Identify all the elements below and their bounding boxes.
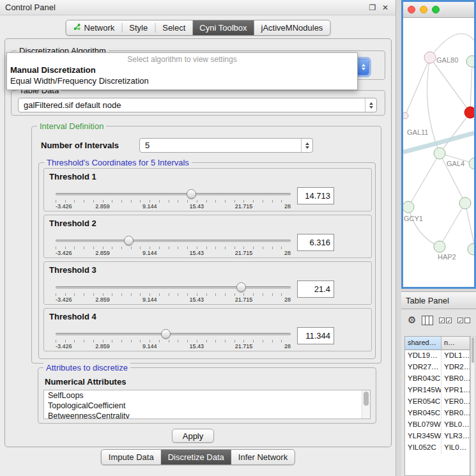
- window-title: Control Panel: [5, 3, 365, 12]
- list-scrollbar[interactable]: [362, 390, 370, 418]
- threshold-slider[interactable]: -3.426 2.859 9.144 15.43 21.715 28: [56, 327, 291, 350]
- network-node[interactable]: [403, 201, 414, 213]
- interval-definition-group: Interval Definition Number of Intervals …: [31, 126, 381, 364]
- table-cell[interactable]: YBR0…: [441, 408, 470, 419]
- tab-style[interactable]: Style: [122, 20, 155, 35]
- slider-thumb[interactable]: [236, 282, 246, 292]
- tab-jactivemnodules-label: jActiveMNodules: [261, 23, 323, 33]
- deselect-columns-icon[interactable]: ✓: [457, 318, 470, 323]
- network-node[interactable]: [403, 112, 408, 119]
- dropdown-item-equal-width[interactable]: Equal Width/Frequency Discretization: [7, 75, 357, 86]
- network-node[interactable]: [459, 197, 471, 209]
- network-node[interactable]: [469, 158, 474, 169]
- table-row[interactable]: YBR043C YBR0…: [405, 373, 470, 385]
- column-header-name[interactable]: n…: [441, 337, 470, 349]
- column-header-shared-name[interactable]: shared…: [405, 337, 441, 349]
- combobox-stepper[interactable]: [301, 139, 312, 152]
- table-data-combobox[interactable]: galFiltered.sif default node: [18, 98, 377, 112]
- threshold-value-field[interactable]: 6.316: [297, 234, 334, 251]
- cyni-toolbox-panel: Discretization Algorithm Table Data galF…: [4, 38, 392, 447]
- network-canvas[interactable]: GAL80 GAL11 GAL4 GCY1 HAP2: [403, 18, 474, 287]
- zoom-traffic-light-icon[interactable]: [432, 6, 440, 13]
- table-row[interactable]: YBR045C YBR0…: [405, 408, 470, 419]
- table-scrollbar[interactable]: [470, 336, 475, 476]
- table-cell[interactable]: YBR0…: [441, 373, 470, 385]
- table-cell[interactable]: YDR2…: [441, 362, 470, 373]
- settings-gear-icon[interactable]: ⚙: [408, 315, 416, 325]
- slider-track[interactable]: [56, 286, 291, 289]
- network-node[interactable]: [434, 241, 445, 252]
- tick-label: 28: [284, 250, 291, 256]
- scrollbar-thumb[interactable]: [472, 337, 474, 363]
- number-of-intervals-combobox[interactable]: 5: [139, 138, 313, 153]
- table-cell[interactable]: YDL19…: [405, 350, 441, 362]
- network-node[interactable]: [424, 52, 436, 63]
- table-cell[interactable]: YLR3…: [441, 431, 470, 442]
- slider-thumb[interactable]: [161, 329, 171, 339]
- threshold-slider[interactable]: -3.426 2.859 9.144 15.43 21.715 28: [56, 280, 291, 303]
- close-icon[interactable]: ✕: [380, 3, 390, 12]
- list-item[interactable]: SelfLoops: [44, 390, 370, 401]
- tab-cyni-toolbox[interactable]: Cyni Toolbox: [192, 20, 254, 35]
- tab-impute-data[interactable]: Impute Data: [102, 450, 161, 464]
- apply-button[interactable]: Apply: [172, 429, 214, 443]
- table-cell[interactable]: YER054C: [405, 396, 441, 408]
- node-attribute-table: shared… n… YDL19… YDL1… YDR27… YDR2… YBR…: [404, 336, 470, 476]
- slider-track[interactable]: [56, 240, 291, 242]
- table-row[interactable]: YDR27… YDR2…: [405, 362, 470, 373]
- select-all-columns-icon[interactable]: ✓ ✓: [439, 318, 452, 323]
- tick-label: 9.144: [142, 343, 157, 349]
- close-traffic-light-icon[interactable]: [408, 6, 415, 13]
- threshold-slider[interactable]: -3.426 2.859 9.144 15.43 21.715 28: [56, 234, 291, 257]
- tab-discretize-data[interactable]: Discretize Data: [161, 450, 231, 464]
- list-item[interactable]: TopologicalCoefficient: [44, 401, 370, 411]
- table-row[interactable]: YDL19… YDL1…: [405, 350, 470, 362]
- table-cell[interactable]: YDL1…: [441, 350, 470, 362]
- column-settings-icon[interactable]: [422, 316, 433, 325]
- table-cell[interactable]: YBL0…: [441, 419, 470, 431]
- slider-thumb[interactable]: [124, 236, 134, 245]
- network-node[interactable]: [466, 56, 474, 67]
- table-cell[interactable]: YIL052C: [405, 442, 441, 454]
- threshold-value-field[interactable]: 11.344: [297, 327, 334, 344]
- tick-label: 28: [284, 203, 291, 210]
- table-cell[interactable]: YPR145W: [405, 385, 441, 396]
- slider-track[interactable]: [56, 193, 291, 196]
- network-window-titlebar: [403, 2, 474, 18]
- slider-thumb[interactable]: [187, 189, 196, 199]
- tab-network[interactable]: Network: [66, 20, 122, 35]
- interval-definition-group-label: Interval Definition: [37, 121, 106, 131]
- combobox-stepper[interactable]: [365, 98, 376, 112]
- tab-select[interactable]: Select: [155, 20, 192, 35]
- table-cell[interactable]: YDR27…: [405, 362, 441, 373]
- float-window-icon[interactable]: ❐: [367, 3, 378, 12]
- table-row[interactable]: YPR145W YPR1…: [405, 385, 470, 396]
- slider-track[interactable]: [56, 333, 291, 335]
- network-node[interactable]: [434, 148, 445, 159]
- table-row[interactable]: YLR345W YLR3…: [405, 431, 470, 442]
- table-row[interactable]: YBL079W YBL0…: [405, 419, 470, 431]
- list-item[interactable]: BetweennessCentrality: [44, 411, 370, 419]
- table-row[interactable]: YER054C YER0…: [405, 396, 470, 408]
- scrollbar-thumb[interactable]: [364, 392, 369, 406]
- tab-infer-network[interactable]: Infer Network: [231, 450, 295, 464]
- table-row[interactable]: YIL052C YIL0…: [405, 442, 470, 454]
- dropdown-item-manual-discretization[interactable]: Manual Discretization: [7, 65, 357, 75]
- combobox-stepper[interactable]: [358, 59, 369, 75]
- tab-network-label: Network: [84, 23, 115, 33]
- table-cell[interactable]: YLR345W: [405, 431, 441, 442]
- table-cell[interactable]: YBR043C: [405, 373, 441, 385]
- threshold-value-field[interactable]: 21.4: [297, 280, 334, 298]
- table-cell[interactable]: YIL0…: [441, 442, 470, 454]
- attributes-group: Attributes to discretize Numerical Attri…: [38, 367, 376, 424]
- threshold-value-field[interactable]: 14.713: [297, 187, 334, 204]
- network-node-selected[interactable]: [464, 107, 474, 118]
- table-cell[interactable]: YBR045C: [405, 408, 441, 419]
- threshold-slider[interactable]: -3.426 2.859 9.144 15.43 21.715 28: [56, 187, 291, 210]
- tab-jactivemnodules[interactable]: jActiveMNodules: [254, 20, 330, 35]
- minimize-traffic-light-icon[interactable]: [420, 6, 427, 13]
- network-node[interactable]: [468, 243, 474, 255]
- table-cell[interactable]: YPR1…: [441, 385, 470, 396]
- table-cell[interactable]: YBL079W: [405, 419, 441, 431]
- table-cell[interactable]: YER0…: [441, 396, 470, 408]
